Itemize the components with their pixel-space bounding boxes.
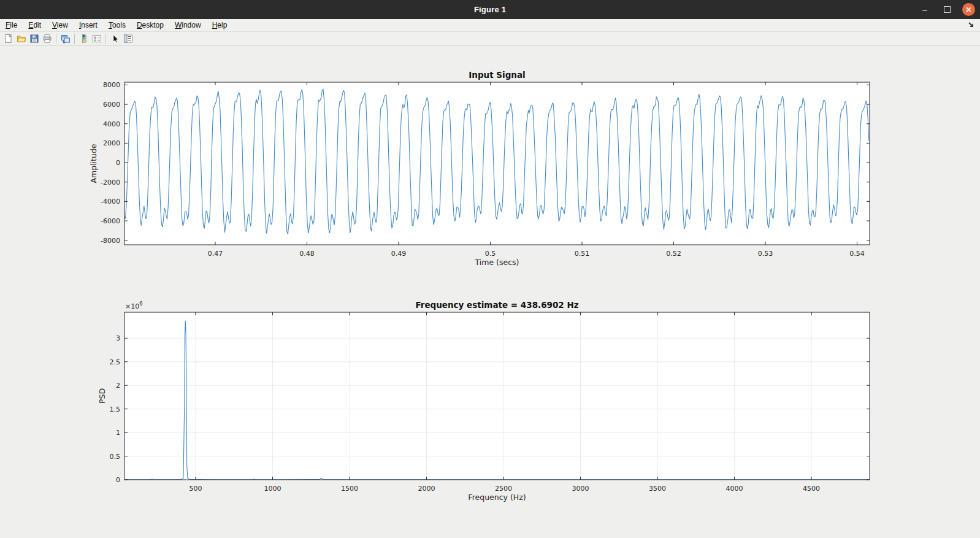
toolbar-separator xyxy=(56,34,56,44)
close-icon: ✕ xyxy=(965,6,971,13)
svg-text:0.5: 0.5 xyxy=(110,453,121,461)
figure-canvas: 0.470.480.490.50.510.520.530.54-8000-600… xyxy=(0,46,980,538)
link-plot-icon xyxy=(61,34,71,44)
insert-legend-icon xyxy=(92,34,102,44)
svg-text:4500: 4500 xyxy=(803,485,820,493)
svg-text:0.48: 0.48 xyxy=(299,250,315,258)
svg-text:4000: 4000 xyxy=(103,120,120,128)
svg-text:-2000: -2000 xyxy=(101,179,120,186)
y-axis-label: Amplitude xyxy=(89,144,98,183)
window-controls: – ✕ xyxy=(918,0,975,19)
x-axis-label: Time (secs) xyxy=(475,258,519,267)
new-figure-icon xyxy=(4,34,13,44)
svg-text:0.49: 0.49 xyxy=(391,250,407,258)
dock-figure-icon xyxy=(967,20,976,30)
menu-item-edit[interactable]: Edit xyxy=(23,20,47,31)
print-figure-icon xyxy=(42,34,52,44)
link-plot-button[interactable] xyxy=(59,33,72,45)
svg-text:0.53: 0.53 xyxy=(758,250,773,258)
x-axis-label: Frequency (Hz) xyxy=(468,493,526,502)
figure-window: Figure 1 – ✕ FileEditViewInsertToolsDesk… xyxy=(0,0,980,538)
plot-area xyxy=(124,312,870,480)
menu-bar: FileEditViewInsertToolsDesktopWindowHelp xyxy=(0,19,980,32)
property-inspector-button[interactable] xyxy=(121,33,134,45)
new-figure-button[interactable] xyxy=(2,33,15,45)
svg-text:2500: 2500 xyxy=(495,485,512,493)
menu-item-help[interactable]: Help xyxy=(207,20,233,31)
open-file-button[interactable] xyxy=(15,33,28,45)
menu-item-insert[interactable]: Insert xyxy=(74,20,103,31)
plot-title: Frequency estimate = 438.6902 Hz xyxy=(415,300,578,310)
maximize-icon xyxy=(944,6,951,13)
window-title: Figure 1 xyxy=(474,5,506,14)
svg-text:1000: 1000 xyxy=(264,485,281,493)
y-axis-exponent-label: ×106 xyxy=(125,301,143,310)
svg-text:0.47: 0.47 xyxy=(208,250,223,258)
svg-text:8000: 8000 xyxy=(103,81,120,89)
toolbar-separator xyxy=(105,34,106,44)
edit-plot-button[interactable] xyxy=(109,33,121,45)
menu-item-view[interactable]: View xyxy=(47,20,74,31)
y-axis-label: PSD xyxy=(98,388,107,404)
svg-text:3: 3 xyxy=(116,334,120,342)
dock-figure-button[interactable] xyxy=(967,20,976,30)
svg-text:1500: 1500 xyxy=(341,485,358,493)
input-signal-plot: 0.470.480.490.50.510.520.530.54-8000-600… xyxy=(89,70,870,267)
svg-text:0.5: 0.5 xyxy=(485,250,496,258)
print-figure-button[interactable] xyxy=(40,33,53,45)
svg-text:-4000: -4000 xyxy=(101,198,120,206)
figure-toolbar xyxy=(0,32,980,46)
edit-plot-icon xyxy=(110,34,120,44)
svg-text:0: 0 xyxy=(116,476,120,484)
svg-text:0.54: 0.54 xyxy=(849,250,865,258)
open-file-icon xyxy=(17,34,26,44)
minimize-button[interactable]: – xyxy=(918,3,932,17)
svg-text:1: 1 xyxy=(116,429,120,437)
svg-text:3500: 3500 xyxy=(649,485,666,493)
plots-svg: 0.470.480.490.50.510.520.530.54-8000-600… xyxy=(0,46,980,538)
minimize-icon: – xyxy=(922,6,927,14)
svg-text:0: 0 xyxy=(116,159,120,167)
insert-colorbar-button[interactable] xyxy=(77,33,90,45)
toolbar-separator xyxy=(74,34,75,44)
svg-text:0.51: 0.51 xyxy=(575,250,590,258)
svg-text:3000: 3000 xyxy=(572,485,589,493)
svg-text:1.5: 1.5 xyxy=(110,405,121,413)
svg-text:2.5: 2.5 xyxy=(110,358,121,366)
svg-text:4000: 4000 xyxy=(726,485,743,493)
plot-title: Input Signal xyxy=(469,70,525,80)
menu-items: FileEditViewInsertToolsDesktopWindowHelp xyxy=(0,20,232,31)
menu-item-file[interactable]: File xyxy=(0,20,23,31)
svg-text:2: 2 xyxy=(116,382,120,390)
save-figure-button[interactable] xyxy=(28,33,40,45)
insert-colorbar-icon xyxy=(79,34,89,44)
svg-text:2000: 2000 xyxy=(103,139,120,147)
property-inspector-icon xyxy=(123,34,133,44)
svg-text:6000: 6000 xyxy=(103,101,120,109)
maximize-button[interactable] xyxy=(940,3,954,17)
menu-item-desktop[interactable]: Desktop xyxy=(131,20,169,31)
save-figure-icon xyxy=(29,34,39,44)
close-button[interactable]: ✕ xyxy=(962,3,975,16)
menu-item-tools[interactable]: Tools xyxy=(103,20,131,31)
insert-legend-button[interactable] xyxy=(90,33,103,45)
svg-text:-8000: -8000 xyxy=(101,237,120,245)
psd-plot: 5001000150020002500300035004000450000.51… xyxy=(98,300,870,502)
window-titlebar: Figure 1 – ✕ xyxy=(0,0,980,19)
svg-text:500: 500 xyxy=(189,485,202,493)
svg-text:2000: 2000 xyxy=(418,485,435,493)
svg-text:0.52: 0.52 xyxy=(666,250,681,258)
menu-item-window[interactable]: Window xyxy=(169,20,207,31)
svg-text:-6000: -6000 xyxy=(101,217,120,225)
